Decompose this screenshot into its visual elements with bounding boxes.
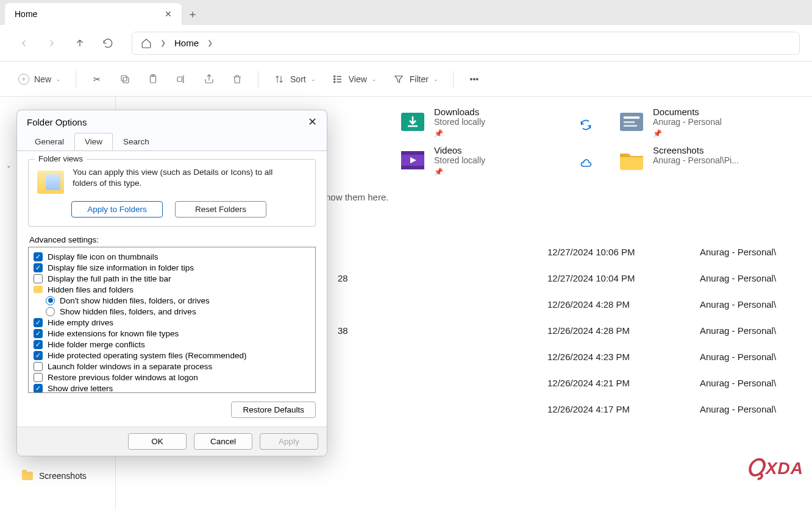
adv-setting-label: Hidden files and folders bbox=[48, 285, 134, 294]
quick-access-downloads[interactable]: Downloads Stored locally 📌 bbox=[399, 107, 579, 138]
adv-setting-item[interactable]: Show hidden files, folders, and drives bbox=[46, 306, 310, 317]
checkbox-icon[interactable] bbox=[34, 274, 43, 283]
sort-icon bbox=[273, 73, 285, 85]
share-button[interactable] bbox=[197, 69, 221, 89]
checkbox-icon[interactable]: ✓ bbox=[34, 252, 43, 261]
adv-setting-label: Display file icon on thumbnails bbox=[48, 252, 158, 261]
downloads-icon bbox=[399, 107, 427, 135]
radio-icon[interactable] bbox=[46, 296, 55, 305]
tab-general[interactable]: General bbox=[24, 133, 74, 151]
chevron-right-icon: ❯ bbox=[160, 39, 166, 47]
folder-icon bbox=[34, 286, 43, 293]
restore-defaults-button[interactable]: Restore Defaults bbox=[231, 402, 316, 418]
close-icon[interactable]: ✕ bbox=[165, 9, 172, 19]
checkbox-icon[interactable]: ✓ bbox=[34, 318, 43, 327]
adv-setting-item[interactable]: Launch folder windows in a separate proc… bbox=[34, 361, 310, 372]
adv-setting-item[interactable]: Display the full path in the title bar bbox=[34, 273, 310, 284]
checkbox-icon[interactable]: ✓ bbox=[34, 351, 43, 360]
ok-button[interactable]: OK bbox=[128, 433, 187, 450]
cloud-icon bbox=[580, 157, 592, 169]
svg-point-7 bbox=[333, 81, 335, 82]
share-icon bbox=[203, 73, 215, 85]
adv-setting-item[interactable]: Hidden files and folders bbox=[34, 284, 310, 295]
svg-point-6 bbox=[333, 78, 335, 79]
advanced-settings-list[interactable]: ✓Display file icon on thumbnails✓Display… bbox=[28, 247, 316, 393]
chevron-down-icon: ⌄ bbox=[6, 162, 11, 169]
apply-to-folders-button[interactable]: Apply to Folders bbox=[71, 201, 163, 218]
plus-icon: + bbox=[18, 74, 29, 85]
svg-rect-12 bbox=[624, 125, 637, 127]
adv-setting-item[interactable]: ✓Hide empty drives bbox=[34, 317, 310, 328]
rename-button[interactable] bbox=[169, 69, 193, 89]
checkbox-icon[interactable]: ✓ bbox=[34, 263, 43, 272]
tab-view[interactable]: View bbox=[74, 133, 113, 151]
svg-rect-1 bbox=[121, 76, 127, 81]
adv-setting-item[interactable]: Don't show hidden files, folders, or dri… bbox=[46, 295, 310, 306]
adv-setting-label: Show drive letters bbox=[48, 384, 113, 393]
reset-folders-button[interactable]: Reset Folders bbox=[175, 201, 266, 218]
close-icon[interactable]: ✕ bbox=[308, 115, 317, 129]
adv-setting-label: Hide protected operating system files (R… bbox=[48, 351, 246, 360]
up-icon[interactable] bbox=[68, 32, 91, 55]
checkbox-icon[interactable]: ✓ bbox=[34, 340, 43, 349]
scissors-icon: ✂ bbox=[91, 73, 103, 85]
cut-button[interactable]: ✂ bbox=[85, 69, 109, 89]
svg-rect-10 bbox=[624, 116, 639, 119]
folder-options-dialog: Folder Options ✕ General View Search Fol… bbox=[16, 110, 327, 456]
paste-button[interactable] bbox=[141, 69, 165, 89]
back-icon[interactable] bbox=[12, 32, 35, 55]
more-button[interactable]: ••• bbox=[462, 69, 486, 89]
toolbar: + New ⌄ ✂ Sort⌄ View⌄ Filter⌄ ••• bbox=[0, 62, 812, 97]
copy-icon bbox=[119, 73, 131, 85]
quick-access-documents[interactable]: Documents Anurag - Personal 📌 bbox=[618, 107, 797, 138]
trash-icon bbox=[231, 73, 243, 85]
chevron-right-icon[interactable]: ❯ bbox=[207, 39, 213, 47]
tab-search[interactable]: Search bbox=[113, 133, 160, 151]
new-tab-button[interactable]: ＋ bbox=[182, 3, 204, 25]
svg-point-5 bbox=[333, 76, 335, 77]
checkbox-icon[interactable] bbox=[34, 362, 43, 371]
copy-button[interactable] bbox=[113, 69, 137, 89]
advanced-settings-label: Advanced settings: bbox=[29, 235, 316, 244]
pin-icon: 📌 bbox=[653, 129, 722, 138]
svg-rect-4 bbox=[177, 77, 182, 82]
chevron-down-icon: ⌄ bbox=[433, 76, 438, 82]
checkbox-icon[interactable]: ✓ bbox=[34, 329, 43, 338]
checkbox-icon[interactable] bbox=[34, 373, 43, 382]
adv-setting-label: Restore previous folder windows at logon bbox=[48, 373, 198, 382]
quick-access-videos[interactable]: Videos Stored locally 📌 bbox=[399, 145, 579, 176]
adv-setting-label: Don't show hidden files, folders, or dri… bbox=[60, 296, 210, 305]
adv-setting-item[interactable]: ✓Hide protected operating system files (… bbox=[34, 350, 310, 361]
adv-setting-label: Display file size information in folder … bbox=[48, 263, 194, 272]
tab-home[interactable]: Home ✕ bbox=[5, 3, 182, 25]
radio-icon[interactable] bbox=[46, 307, 55, 316]
dialog-title: Folder Options bbox=[27, 117, 87, 127]
apply-button[interactable]: Apply bbox=[260, 433, 318, 450]
sidebar-item-screenshots[interactable]: Screenshots bbox=[0, 467, 115, 484]
folder-views-group: Folder views You can apply this view (su… bbox=[28, 159, 316, 227]
adv-setting-label: Launch folder windows in a separate proc… bbox=[48, 362, 212, 371]
sort-button[interactable]: Sort⌄ bbox=[267, 69, 322, 89]
adv-setting-item[interactable]: ✓Show drive letters bbox=[34, 383, 310, 393]
chevron-down-icon: ⌄ bbox=[372, 76, 377, 82]
documents-icon bbox=[618, 107, 646, 135]
adv-setting-item[interactable]: ✓Display file icon on thumbnails bbox=[34, 251, 310, 262]
forward-icon[interactable] bbox=[40, 32, 63, 55]
view-button[interactable]: View⌄ bbox=[326, 69, 383, 89]
address-bar[interactable]: ❯ Home ❯ bbox=[132, 32, 800, 55]
tab-title: Home bbox=[15, 9, 37, 19]
breadcrumb-location[interactable]: Home bbox=[174, 38, 199, 48]
ellipsis-icon: ••• bbox=[468, 73, 480, 85]
adv-setting-item[interactable]: ✓Hide folder merge conflicts bbox=[34, 339, 310, 350]
refresh-icon[interactable] bbox=[96, 32, 119, 55]
checkbox-icon[interactable]: ✓ bbox=[34, 384, 43, 393]
quick-access-screenshots[interactable]: Screenshots Anurag - Personal\Pi... bbox=[618, 145, 797, 176]
adv-setting-item[interactable]: ✓Hide extensions for known file types bbox=[34, 328, 310, 339]
adv-setting-item[interactable]: Restore previous folder windows at logon bbox=[34, 372, 310, 383]
delete-button[interactable] bbox=[225, 69, 249, 89]
filter-button[interactable]: Filter⌄ bbox=[386, 69, 444, 89]
new-button[interactable]: + New ⌄ bbox=[12, 70, 67, 88]
cancel-button[interactable]: Cancel bbox=[194, 433, 252, 450]
svg-rect-0 bbox=[123, 77, 129, 83]
adv-setting-item[interactable]: ✓Display file size information in folder… bbox=[34, 262, 310, 273]
